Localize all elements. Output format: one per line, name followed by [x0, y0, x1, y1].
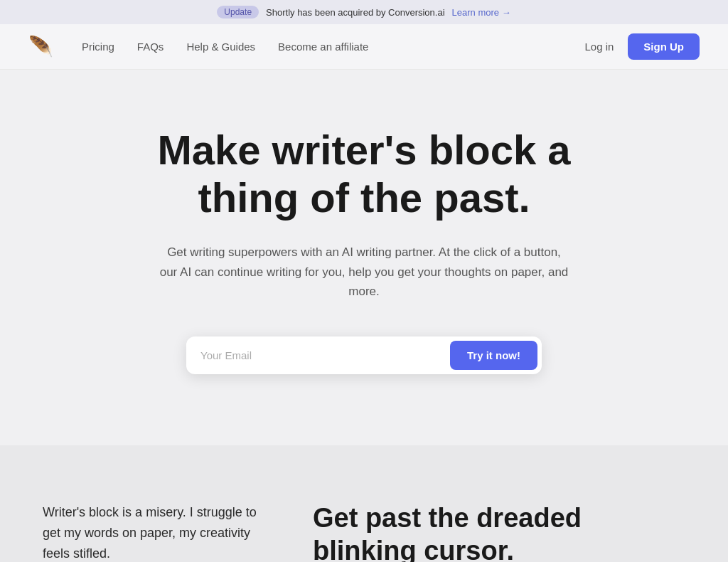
signup-button[interactable]: Sign Up	[628, 33, 700, 60]
try-button[interactable]: Try it now!	[450, 341, 537, 370]
nav-link-faqs[interactable]: FAQs	[137, 41, 164, 53]
navbar: 🪶 Pricing FAQs Help & Guides Become an a…	[0, 24, 728, 70]
email-input[interactable]	[200, 342, 450, 369]
hero-section: Make writer's block a thing of the past.…	[0, 70, 728, 445]
hero-subtitle: Get writing superpowers with an AI writi…	[158, 243, 570, 301]
cta-heading: Get past the dreaded blinking cursor.	[313, 502, 685, 562]
hero-title: Make writer's block a thing of the past.	[115, 127, 613, 221]
nav-link-pricing[interactable]: Pricing	[82, 41, 114, 53]
logo-icon: 🪶	[28, 37, 53, 57]
announcement-badge: Update	[217, 6, 259, 18]
testimonial-text: Writer's block is a misery. I struggle t…	[43, 502, 270, 562]
cta-text: Get past the dreaded blinking cursor.	[313, 502, 685, 562]
email-form: Try it now!	[186, 336, 542, 374]
login-link[interactable]: Log in	[584, 41, 614, 53]
announcement-banner: Update Shortly has been acquired by Conv…	[0, 0, 728, 24]
announcement-text: Shortly has been acquired by Conversion.…	[266, 7, 444, 18]
nav-link-help[interactable]: Help & Guides	[186, 41, 255, 53]
logo[interactable]: 🪶	[28, 37, 53, 57]
nav-actions: Log in Sign Up	[584, 33, 700, 60]
announcement-link[interactable]: Learn more →	[452, 7, 511, 18]
nav-link-affiliate[interactable]: Become an affiliate	[278, 41, 368, 53]
bottom-section: Writer's block is a misery. I struggle t…	[0, 445, 728, 562]
nav-links: Pricing FAQs Help & Guides Become an aff…	[82, 41, 584, 53]
